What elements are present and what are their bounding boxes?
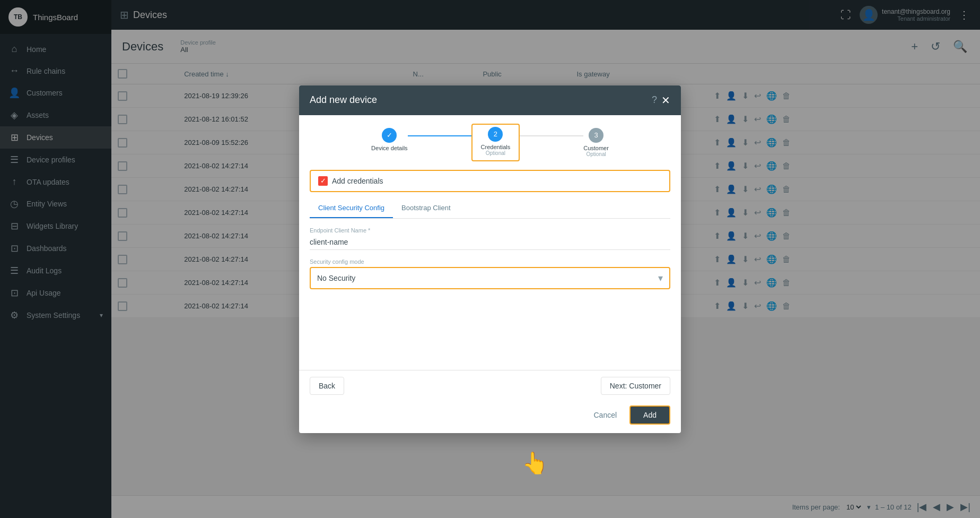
step-2-circle: 2 xyxy=(488,127,503,142)
close-dialog-button[interactable]: ✕ xyxy=(661,94,670,107)
add-device-dialog: Add new device ? ✕ ✓ Device details xyxy=(299,85,681,433)
step-2: 2 Credentials Optional xyxy=(471,124,520,161)
dialog-title: Add new device xyxy=(310,94,652,106)
step-2-label: Credentials xyxy=(481,144,511,150)
tab-client-security-config[interactable]: Client Security Config xyxy=(310,198,393,218)
step-1-sublabel xyxy=(389,151,390,157)
step-2-highlight: 2 Credentials Optional xyxy=(471,124,520,161)
dialog-header: Add new device ? ✕ xyxy=(299,85,681,115)
step-1-circle: ✓ xyxy=(382,128,397,143)
dialog-action-footer: Cancel Add xyxy=(299,401,681,433)
step-1: ✓ Device details xyxy=(371,128,407,157)
dialog-body-spacer xyxy=(310,298,670,361)
modal-overlay: Add new device ? ✕ ✓ Device details xyxy=(0,0,980,518)
add-credentials-row[interactable]: ✓ Add credentials xyxy=(310,170,670,192)
step-3: 3 Customer Optional xyxy=(583,128,609,157)
add-button[interactable]: Add xyxy=(629,405,670,425)
step-3-circle: 3 xyxy=(589,128,603,143)
endpoint-client-name-field: Endpoint Client Name * xyxy=(310,227,670,250)
step-3-sublabel: Optional xyxy=(586,151,606,157)
security-config-mode-label: Security config mode xyxy=(310,258,670,265)
add-credentials-label: Add credentials xyxy=(332,177,383,185)
dialog-footer: Back Next: Customer xyxy=(299,370,681,401)
dialog-tabs: Client Security Config Bootstrap Client xyxy=(310,198,670,219)
security-config-mode-field: Security config mode No Security PSK RPK… xyxy=(310,258,670,289)
endpoint-client-name-input[interactable] xyxy=(310,235,670,250)
step-1-label: Device details xyxy=(371,145,407,151)
credentials-checkbox[interactable]: ✓ xyxy=(318,176,328,186)
step-2-sublabel: Optional xyxy=(486,150,505,156)
step-2-inner: 2 Credentials Optional xyxy=(481,127,511,156)
stepper: ✓ Device details 2 Credentials Optional xyxy=(299,115,681,161)
next-customer-button[interactable]: Next: Customer xyxy=(601,377,670,395)
step-line-1 xyxy=(408,135,471,136)
dialog-body: ✓ Add credentials Client Security Config… xyxy=(299,161,681,370)
cancel-button[interactable]: Cancel xyxy=(585,405,625,425)
help-button[interactable]: ? xyxy=(652,94,657,106)
chevron-down-icon: ▾ xyxy=(658,272,663,284)
security-config-mode-select[interactable]: No Security PSK RPK X509 xyxy=(317,274,658,282)
dialog-header-actions: ? ✕ xyxy=(652,94,670,107)
step-3-label: Customer xyxy=(583,145,609,151)
back-button[interactable]: Back xyxy=(310,377,344,395)
endpoint-client-name-label: Endpoint Client Name * xyxy=(310,227,670,234)
check-icon: ✓ xyxy=(320,177,326,185)
step-line-2 xyxy=(520,135,583,136)
security-config-mode-wrap: No Security PSK RPK X509 ▾ xyxy=(310,267,670,289)
tab-bootstrap-client[interactable]: Bootstrap Client xyxy=(393,198,459,218)
